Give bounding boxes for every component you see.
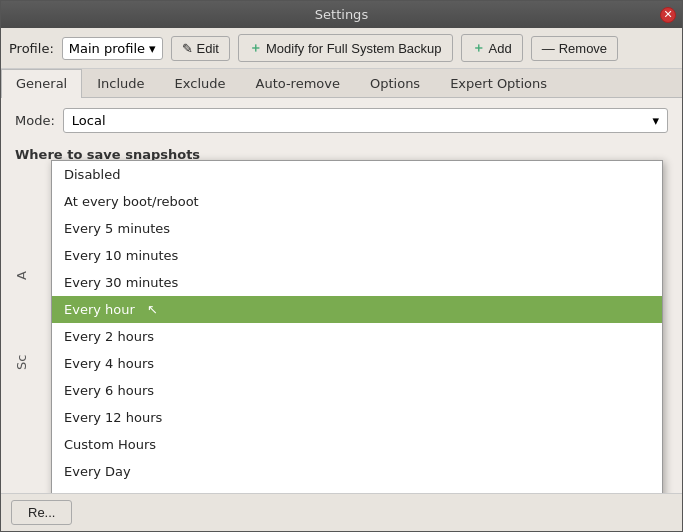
remove-button[interactable]: — Remove <box>531 36 618 61</box>
dropdown-item-anacron[interactable]: Repeatedly (anacron) <box>52 485 662 493</box>
modify-button[interactable]: ＋ Modify for Full System Backup <box>238 34 453 62</box>
profile-label: Profile: <box>9 41 54 56</box>
dropdown-item-every-day[interactable]: Every Day <box>52 458 662 485</box>
window-title: Settings <box>315 7 368 22</box>
tab-include[interactable]: Include <box>82 69 159 97</box>
cursor-indicator: ↖ <box>147 302 158 317</box>
modify-icon: ＋ <box>249 39 262 57</box>
dropdown-item-10min[interactable]: Every 10 minutes <box>52 242 662 269</box>
toolbar: Profile: Main profile ▾ ✎ Edit ＋ Modify … <box>1 28 682 69</box>
auto-label: A <box>15 240 28 280</box>
dropdown-item-4hours[interactable]: Every 4 hours <box>52 350 662 377</box>
content-area: Mode: Local ▾ Where to save snapshots A … <box>1 98 682 493</box>
dropdown-item-hour[interactable]: Every hour ↖ <box>52 296 662 323</box>
add-icon: ＋ <box>472 39 485 57</box>
close-icon: ✕ <box>663 8 672 21</box>
schedule-dropdown[interactable]: Disabled At every boot/reboot Every 5 mi… <box>51 160 663 493</box>
dropdown-item-disabled[interactable]: Disabled <box>52 161 662 188</box>
settings-window: Settings ✕ Profile: Main profile ▾ ✎ Edi… <box>0 0 683 532</box>
remove-icon: — <box>542 41 555 56</box>
mode-value: Local <box>72 113 106 128</box>
tab-options[interactable]: Options <box>355 69 435 97</box>
tab-auto-remove[interactable]: Auto-remove <box>241 69 355 97</box>
tab-exclude[interactable]: Exclude <box>160 69 241 97</box>
dropdown-item-2hours[interactable]: Every 2 hours <box>52 323 662 350</box>
profile-value: Main profile <box>69 41 145 56</box>
schedule-label: Sc <box>15 330 28 370</box>
dropdown-item-12hours[interactable]: Every 12 hours <box>52 404 662 431</box>
profile-select[interactable]: Main profile ▾ <box>62 37 163 60</box>
mode-row: Mode: Local ▾ <box>15 108 668 133</box>
tab-bar: General Include Exclude Auto-remove Opti… <box>1 69 682 98</box>
add-label: Add <box>489 41 512 56</box>
dropdown-item-5min[interactable]: Every 5 minutes <box>52 215 662 242</box>
dropdown-item-custom-hours[interactable]: Custom Hours <box>52 431 662 458</box>
close-button[interactable]: ✕ <box>660 7 676 23</box>
titlebar: Settings ✕ <box>1 1 682 28</box>
edit-label: Edit <box>197 41 219 56</box>
add-button[interactable]: ＋ Add <box>461 34 523 62</box>
modify-label: Modify for Full System Backup <box>266 41 442 56</box>
tab-expert-options[interactable]: Expert Options <box>435 69 562 97</box>
dropdown-item-30min[interactable]: Every 30 minutes <box>52 269 662 296</box>
edit-button[interactable]: ✎ Edit <box>171 36 230 61</box>
restore-button[interactable]: Re... <box>11 500 72 525</box>
dropdown-item-6hours[interactable]: Every 6 hours <box>52 377 662 404</box>
panel-area: A Sc Disabled At every boot/reboot Every… <box>15 170 668 493</box>
profile-chevron-icon: ▾ <box>149 41 156 56</box>
mode-select[interactable]: Local ▾ <box>63 108 668 133</box>
edit-icon: ✎ <box>182 41 193 56</box>
mode-label: Mode: <box>15 113 55 128</box>
remove-label: Remove <box>559 41 607 56</box>
bottom-bar: Re... <box>1 493 682 531</box>
dropdown-item-boot[interactable]: At every boot/reboot <box>52 188 662 215</box>
tab-general[interactable]: General <box>1 69 82 98</box>
mode-chevron-icon: ▾ <box>652 113 659 128</box>
